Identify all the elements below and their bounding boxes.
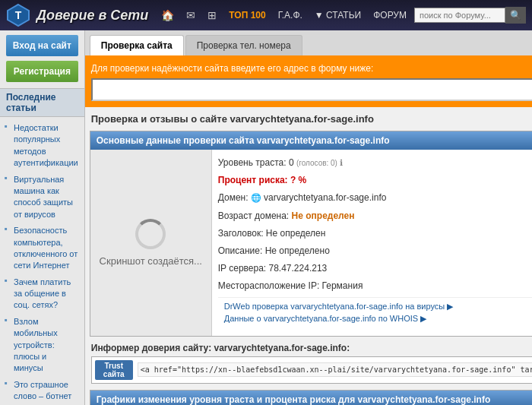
- main-content: Проверка сайта Проверка тел. номера Для …: [85, 30, 532, 405]
- informer-code[interactable]: <a href="https://xn--blaefebsd1cwaan.xn-…: [138, 362, 532, 377]
- grid-icon[interactable]: ⊞: [203, 8, 221, 23]
- trust-level-label: Уровень траста:: [218, 157, 287, 168]
- register-button[interactable]: Регистрация: [6, 61, 78, 82]
- site-url-input[interactable]: [91, 78, 532, 101]
- location-label: Месторасположение IP:: [218, 280, 319, 291]
- logo-area: Т Доверие в Сети: [6, 3, 148, 27]
- list-item[interactable]: Это страшное слово – ботнет: [0, 377, 84, 405]
- list-item[interactable]: Взлом мобильных устройств: плюсы и минус…: [0, 314, 84, 377]
- login-button[interactable]: Вход на сайт: [6, 35, 78, 56]
- check-form-row: ПРОВЕРКА САЙТА: [91, 78, 532, 101]
- site-title: Доверие в Сети: [36, 8, 148, 24]
- search-button[interactable]: 🔍: [505, 7, 526, 24]
- age-row: Возраст домена: Не определен: [218, 209, 532, 223]
- drweb-virus-link[interactable]: DrWeb проверка varvarychtetyana.for-sage…: [224, 301, 532, 312]
- age-value: Не определен: [292, 210, 355, 221]
- description-value: Не определено: [265, 245, 330, 256]
- description-row: Описание: Не определено: [218, 244, 532, 258]
- domain-row: Домен: 🌐 varvarychtetyana.for-sage.info: [218, 191, 532, 205]
- header: Т Доверие в Сети 🏠 ✉ ⊞ ТОП 100 Г.А.Ф. ▼ …: [0, 0, 532, 30]
- domain-icon: 🌐: [251, 193, 264, 202]
- trust-level-value: 0: [289, 157, 294, 168]
- page-header-label: Заголовок:: [218, 228, 264, 239]
- check-form-label: Для проверки надёжности сайта введите ег…: [91, 63, 532, 74]
- main-nav: 🏠 ✉ ⊞ ТОП 100 Г.А.Ф. ▼ СТАТЬИ ФОРУМ 🔍: [157, 7, 526, 24]
- ip-value: 78.47.224.213: [269, 263, 328, 274]
- screenshot-text: Скриншот создаётся...: [100, 255, 202, 267]
- ip-row: IP сервера: 78.47.224.213: [218, 261, 532, 276]
- check-form-area: Для проверки надёжности сайта введите ег…: [85, 57, 532, 107]
- home-icon[interactable]: 🏠: [157, 8, 179, 23]
- article-list: Недостатки популярных методов аутентифик…: [0, 117, 84, 405]
- graph-section: Графики изменения уровня траста и процен…: [90, 390, 532, 406]
- location-value: Германия: [322, 280, 363, 291]
- tab-check-site[interactable]: Проверка сайта: [90, 35, 184, 55]
- result-body: Скриншот создаётся... ? Уровень траста: …: [90, 150, 532, 336]
- nav-faq[interactable]: Г.А.Ф.: [274, 8, 307, 22]
- mail-icon[interactable]: ✉: [182, 8, 200, 23]
- trust-votes: (голосов: 0): [296, 159, 337, 167]
- page-header-value: Не определен: [266, 228, 326, 239]
- list-item[interactable]: Виртуальная машина как способ защиты от …: [0, 172, 84, 223]
- sidebar-section-title: Последние статьи: [0, 88, 84, 117]
- nav-forum[interactable]: ФОРУМ: [369, 8, 411, 22]
- logo-icon: Т: [6, 3, 30, 27]
- header-row: Заголовок: Не определен: [218, 226, 532, 241]
- description-label: Описание:: [218, 245, 263, 256]
- search-input[interactable]: [414, 8, 505, 23]
- info-icon: ℹ: [340, 158, 343, 167]
- tab-bar: Проверка сайта Проверка тел. номера: [85, 30, 532, 57]
- search-area: 🔍: [414, 7, 526, 24]
- nav-top100[interactable]: ТОП 100: [224, 8, 270, 22]
- graph-title: Графики изменения уровня траста и процен…: [90, 391, 532, 406]
- domain-label: Домен:: [218, 192, 249, 203]
- list-item[interactable]: Зачем платить за общение в соц. сетях?: [0, 274, 84, 314]
- location-row: Месторасположение IP: Германия: [218, 279, 532, 293]
- domain-value: varvarychtetyana.for-sage.info: [264, 192, 386, 203]
- layout: Вход на сайт Регистрация Последние стать…: [0, 30, 532, 405]
- percent-row: Процент риска: ? %: [218, 173, 532, 188]
- whois-link[interactable]: Данные о varvarychtetyana.for-sage.info …: [224, 313, 532, 324]
- age-label: Возраст домена:: [218, 210, 289, 221]
- ip-label: IP сервера:: [218, 263, 266, 274]
- drweb-links: DrWeb проверка varvarychtetyana.for-sage…: [218, 297, 532, 330]
- result-box: Основные данные проверки сайта varvarych…: [90, 131, 532, 337]
- informer-box: Trustсайта <a href="https://xn--blaefebs…: [91, 356, 532, 384]
- percent-value: ? %: [290, 175, 306, 185]
- informer-title: Информер доверия сайту: varvarychtetyana…: [91, 343, 532, 353]
- list-item[interactable]: Безопасность компьютера, отключенного от…: [0, 223, 84, 274]
- informer-badge: Trustсайта: [95, 360, 133, 380]
- tab-check-phone[interactable]: Проверка тел. номера: [185, 35, 302, 55]
- result-details: ? Уровень траста: 0 (голосов: 0) ℹ Проце…: [212, 150, 532, 336]
- result-heading: Проверка и отзывы о сайте varvarychtetya…: [85, 107, 532, 131]
- loading-spinner: [135, 219, 166, 249]
- sidebar: Вход на сайт Регистрация Последние стать…: [0, 30, 85, 405]
- screenshot-area: Скриншот создаётся...: [90, 150, 212, 336]
- nav-articles[interactable]: ▼ СТАТЬИ: [310, 8, 366, 22]
- svg-text:Т: Т: [15, 9, 22, 21]
- list-item[interactable]: Недостатки популярных методов аутентифик…: [0, 120, 84, 172]
- percent-label: Процент риска:: [218, 175, 288, 185]
- informer-section: Информер доверия сайту: varvarychtetyana…: [85, 337, 532, 390]
- result-box-title: Основные данные проверки сайта varvarych…: [90, 131, 532, 150]
- trust-level-row: Уровень траста: 0 (голосов: 0) ℹ: [218, 156, 532, 170]
